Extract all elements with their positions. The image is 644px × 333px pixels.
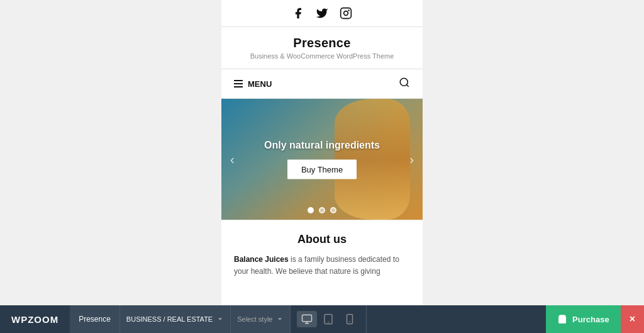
instagram-icon[interactable]: [339, 6, 353, 20]
svg-rect-0: [341, 8, 352, 19]
mobile-view-button[interactable]: [340, 311, 360, 327]
purchase-label: Purchase: [572, 315, 609, 324]
bottom-bar: WPZOOM Presence BUSINESS / REAL ESTATE S…: [0, 305, 644, 333]
about-text: Balance Juices is a family business dedi…: [234, 254, 410, 278]
svg-point-1: [344, 11, 348, 16]
slider-dot-1[interactable]: [308, 207, 314, 213]
slider-dot-2[interactable]: [319, 207, 325, 213]
search-button[interactable]: [399, 77, 410, 91]
slider-dots: [308, 207, 336, 213]
svg-rect-10: [347, 315, 353, 324]
about-title: About us: [234, 233, 410, 246]
slider-next-button[interactable]: ›: [404, 150, 419, 169]
nav-row: MENU: [221, 69, 423, 99]
hero-slider: Only natural ingredients Buy Theme ‹ ›: [221, 99, 423, 220]
device-icons-group: [291, 305, 367, 333]
slider-prev-button[interactable]: ‹: [225, 150, 240, 169]
hero-heading: Only natural ingredients: [253, 140, 391, 151]
buy-theme-button[interactable]: Buy Theme: [287, 160, 357, 179]
social-row: [221, 0, 423, 27]
site-subtitle: Business & WooCommerce WordPress Theme: [234, 52, 410, 60]
svg-rect-5: [303, 315, 312, 322]
content-wrapper: Presence Business & WooCommerce WordPres…: [221, 0, 423, 305]
menu-label-text: MENU: [248, 79, 272, 89]
brand-logo: WPZOOM: [0, 314, 70, 325]
category-label: BUSINESS / REAL ESTATE: [126, 315, 213, 323]
svg-point-3: [400, 78, 408, 86]
facebook-icon[interactable]: [291, 6, 305, 20]
about-text-bold: Balance Juices: [234, 255, 289, 264]
hamburger-icon: [234, 80, 243, 87]
tablet-view-button[interactable]: [318, 311, 338, 327]
svg-line-4: [406, 84, 408, 86]
purchase-button[interactable]: Purchase: [546, 305, 621, 333]
menu-button[interactable]: MENU: [234, 79, 272, 89]
close-button[interactable]: ×: [621, 305, 644, 333]
twitter-icon[interactable]: [315, 6, 329, 20]
main-background: Presence Business & WooCommerce WordPres…: [0, 0, 644, 305]
slider-dot-3[interactable]: [330, 207, 336, 213]
style-select[interactable]: Select style: [231, 305, 291, 333]
site-title-block: Presence Business & WooCommerce WordPres…: [221, 27, 423, 69]
site-title: Presence: [234, 36, 410, 50]
theme-name-label: Presence: [70, 305, 120, 333]
style-placeholder: Select style: [237, 315, 272, 323]
about-section: About us Balance Juices is a family busi…: [221, 220, 423, 284]
svg-point-2: [348, 9, 350, 11]
category-dropdown[interactable]: BUSINESS / REAL ESTATE: [120, 305, 231, 333]
desktop-view-button[interactable]: [297, 311, 317, 327]
hero-content: Only natural ingredients Buy Theme: [253, 140, 391, 179]
